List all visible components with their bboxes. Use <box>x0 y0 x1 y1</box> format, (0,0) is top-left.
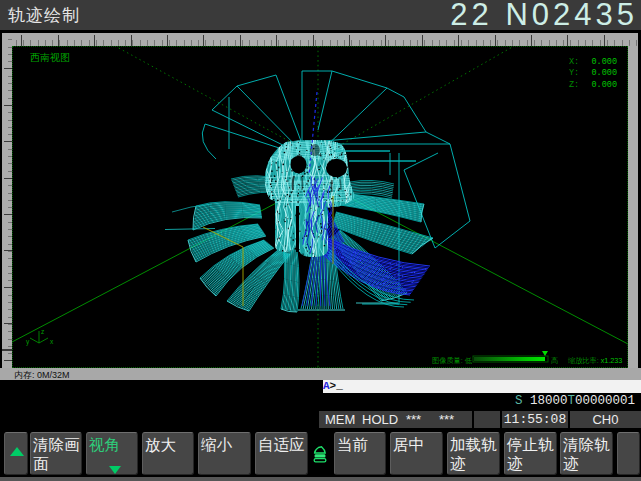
svg-text:图像质量: 低: 图像质量: 低 <box>432 356 472 365</box>
svg-text:0.000: 0.000 <box>591 80 617 90</box>
svg-text:0.000: 0.000 <box>591 68 617 78</box>
svg-text:Y:: Y: <box>569 68 579 78</box>
svg-text:缩放比率: x1.233: 缩放比率: x1.233 <box>568 356 622 365</box>
svg-text:x: x <box>50 338 54 345</box>
svg-text:X:: X: <box>569 57 579 67</box>
svg-text:y: y <box>26 338 30 346</box>
svg-text:高: 高 <box>551 356 558 365</box>
svg-text:z: z <box>41 328 44 335</box>
svg-text:Z:: Z: <box>569 80 579 90</box>
svg-text:西南视图: 西南视图 <box>30 52 70 63</box>
svg-text:0.000: 0.000 <box>591 57 617 67</box>
